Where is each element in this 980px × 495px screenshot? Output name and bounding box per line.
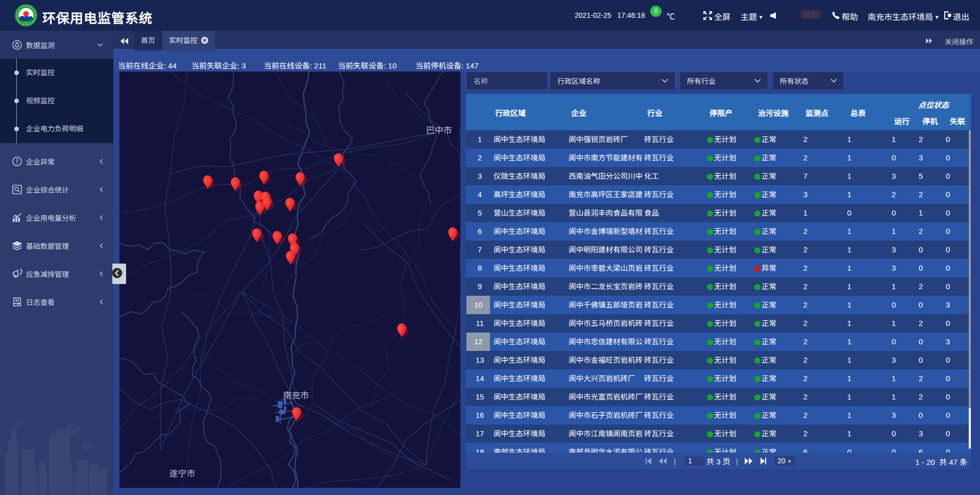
svg-text:巴中市: 巴中市 bbox=[426, 126, 452, 135]
svg-text:遂宁市: 遂宁市 bbox=[169, 469, 195, 479]
svg-text:南充市: 南充市 bbox=[283, 391, 309, 400]
